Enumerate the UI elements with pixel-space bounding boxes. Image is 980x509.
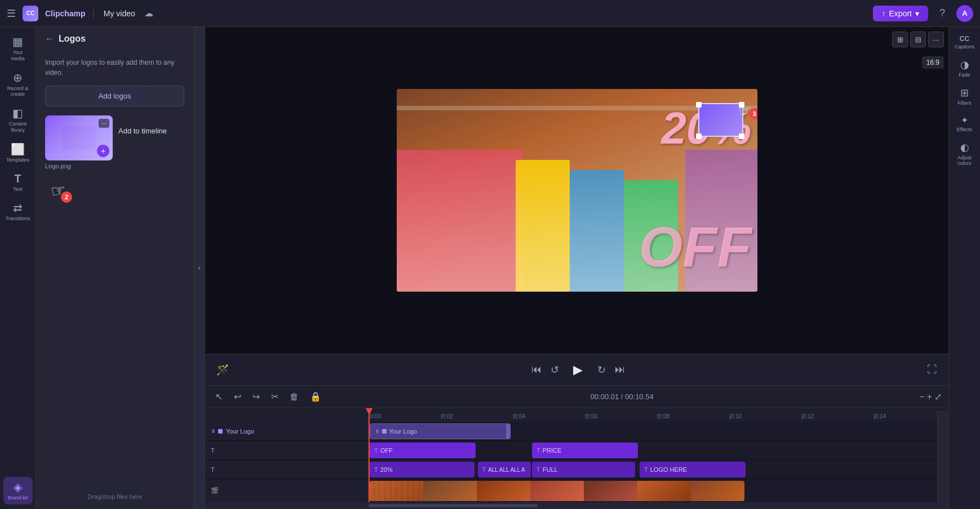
panel-description: Import your logos to easily add them to … bbox=[45, 57, 184, 78]
video-background: 20% OFF ☞ 3 bbox=[397, 89, 757, 292]
ruler-mark-4: |0:04 bbox=[513, 413, 585, 419]
logo-card-container: ··· + Logo.png ☞ 2 bbox=[45, 115, 113, 169]
effects-icon: ✦ bbox=[961, 115, 968, 126]
track-label-text1: T bbox=[205, 441, 369, 459]
save-icon: ☁ bbox=[144, 8, 153, 19]
app-logo: CC bbox=[23, 6, 38, 21]
fit-button[interactable]: ⊟ bbox=[910, 32, 926, 47]
timeline-scroll-right bbox=[937, 408, 948, 502]
track-label-text2: T bbox=[205, 460, 369, 479]
preview-area: ⊞ ⊟ ··· 16:9 bbox=[205, 27, 948, 354]
video-thumb-3 bbox=[477, 481, 530, 501]
forward-button[interactable]: ↻ bbox=[597, 364, 606, 376]
logo-more-button[interactable]: ··· bbox=[99, 119, 109, 128]
panel-header: ← Logos bbox=[36, 27, 193, 51]
help-icon[interactable]: ? bbox=[939, 7, 945, 19]
drag-drop-label: Drag/drop files here bbox=[36, 484, 193, 509]
clip-logohere[interactable]: T LOGO HERE bbox=[640, 462, 746, 477]
project-name[interactable]: My video bbox=[104, 9, 135, 18]
video-thumbnails bbox=[370, 481, 744, 501]
undo-button[interactable]: ↩ bbox=[230, 389, 245, 404]
logo-filename: Logo.png bbox=[45, 163, 113, 169]
sidebar-item-transitions[interactable]: ⇄ Transitions bbox=[3, 198, 33, 225]
track-label-video: 🎬 bbox=[205, 479, 369, 502]
sidebar-item-text[interactable]: T Text bbox=[3, 169, 33, 196]
logo-card[interactable]: ··· + bbox=[45, 115, 113, 160]
video-thumb-7 bbox=[691, 481, 744, 501]
sidebar-item-filters[interactable]: ⊞ Filters bbox=[952, 83, 977, 109]
crop-button[interactable]: ⊞ bbox=[892, 32, 908, 47]
ruler-mark-10: |0:10 bbox=[729, 413, 801, 419]
rewind-button[interactable]: ↺ bbox=[551, 364, 559, 376]
track-content-logo: ⏸ Your Logo bbox=[369, 422, 937, 440]
topbar: ☰ CC Clipchamp | My video ☁ ↑ Export ▾ ?… bbox=[0, 0, 980, 27]
video-thumb-5 bbox=[584, 481, 637, 501]
sidebar-item-brand-kit[interactable]: ◈ Brand kit ☞ 1 bbox=[3, 477, 33, 504]
sidebar-item-templates[interactable]: ⬜ Templates bbox=[3, 139, 33, 167]
clip-allall[interactable]: T ALL ALL ALL A bbox=[478, 462, 531, 477]
preview-top-controls: ⊞ ⊟ ··· bbox=[892, 32, 944, 47]
timeline-scrollbar-thumb[interactable] bbox=[369, 504, 538, 507]
clip-off[interactable]: T OFF bbox=[370, 443, 476, 458]
app-name: Clipchamp bbox=[45, 9, 86, 18]
timeline: ↖ ↩ ↪ ✂ 🗑 🔒 00:00.01 / 00:10.54 − + ⤢ bbox=[205, 385, 948, 509]
hamburger-icon[interactable]: ☰ bbox=[7, 7, 16, 20]
collapse-panel-button[interactable]: ‹ bbox=[194, 27, 205, 509]
playhead[interactable] bbox=[369, 408, 370, 422]
track-row-text1: T T OFF T PRICE bbox=[205, 441, 937, 460]
clip-text-icon-2: T bbox=[536, 447, 540, 454]
ruler-mark-14: |0:14 bbox=[873, 413, 937, 419]
clip-20pct[interactable]: T 20% bbox=[370, 462, 475, 477]
logo-clip-label: Your Logo bbox=[389, 428, 417, 435]
timeline-scrollbar[interactable] bbox=[205, 502, 948, 509]
panel-title: Logos bbox=[59, 34, 86, 44]
sidebar-item-adjust-colors[interactable]: ◐ Adjust colors bbox=[952, 138, 977, 169]
preview-bottom-controls: 🪄 ⏮ ↺ ▶ ↻ ⏭ ⛶ bbox=[205, 354, 948, 385]
add-to-timeline-label: Add to timeline bbox=[118, 127, 167, 135]
lock-button[interactable]: 🔒 bbox=[307, 389, 325, 404]
logo-add-button[interactable]: + bbox=[97, 145, 109, 157]
delete-button[interactable]: 🗑 bbox=[286, 390, 302, 404]
track-content-video bbox=[369, 479, 937, 503]
sidebar-item-content[interactable]: ◧ Content library bbox=[3, 103, 33, 137]
redo-button[interactable]: ↪ bbox=[249, 389, 263, 404]
fullscreen-button[interactable]: ⛶ bbox=[927, 364, 937, 376]
track-content-text2: T 20% T ALL ALL ALL A T FULL bbox=[369, 460, 937, 479]
logo-clip[interactable]: ⏸ Your Logo bbox=[370, 423, 509, 439]
video-thumb-1 bbox=[370, 481, 423, 501]
logo-item: ··· + Logo.png ☞ 2 Add to timeline bbox=[45, 115, 184, 169]
skip-back-button[interactable]: ⏮ bbox=[531, 364, 542, 376]
cut-button[interactable]: ✂ bbox=[268, 389, 282, 404]
fit-timeline-button[interactable]: ⤢ bbox=[934, 391, 942, 402]
aspect-ratio-badge[interactable]: 16:9 bbox=[922, 56, 944, 69]
select-tool-button[interactable]: ↖ bbox=[212, 389, 226, 404]
sidebar-item-effects[interactable]: ✦ Effects bbox=[952, 111, 977, 136]
add-logos-button[interactable]: Add logos bbox=[45, 86, 184, 106]
zoom-in-button[interactable]: + bbox=[927, 391, 932, 402]
panel-back-button[interactable]: ← bbox=[45, 34, 54, 44]
clip-text-icon-3: T bbox=[374, 466, 378, 473]
export-button[interactable]: ↑ Export ▾ bbox=[873, 6, 928, 21]
clip-text-icon-4: T bbox=[482, 467, 486, 473]
magic-wand-button[interactable]: 🪄 bbox=[216, 364, 229, 376]
timeline-zoom-controls: − + ⤢ bbox=[919, 391, 942, 402]
sidebar-item-record[interactable]: ⊕ Record & create bbox=[3, 68, 33, 101]
overlay-logo[interactable] bbox=[698, 103, 743, 137]
logo-track-name: Your Logo bbox=[226, 428, 254, 435]
sidebar-item-captions[interactable]: CC Captions bbox=[952, 32, 977, 53]
ruler-mark-0: |0:00 bbox=[369, 413, 441, 419]
sidebar-item-fade[interactable]: ◑ Fade bbox=[952, 55, 977, 81]
playhead-main[interactable] bbox=[369, 422, 370, 502]
sidebar-item-your-media[interactable]: ▦ Your media bbox=[3, 32, 33, 65]
play-button[interactable]: ▶ bbox=[568, 360, 588, 380]
more-button[interactable]: ··· bbox=[928, 32, 944, 47]
clip-price[interactable]: T PRICE bbox=[532, 443, 638, 458]
zoom-out-button[interactable]: − bbox=[919, 391, 924, 402]
avatar[interactable]: A bbox=[956, 5, 973, 22]
playback-controls: ⏮ ↺ ▶ ↻ ⏭ bbox=[531, 360, 625, 380]
clip-end-handle[interactable] bbox=[506, 423, 511, 439]
adjust-colors-icon: ◐ bbox=[960, 141, 969, 154]
clip-off-label: OFF bbox=[380, 447, 393, 454]
clip-full[interactable]: T FULL bbox=[532, 462, 635, 477]
skip-forward-button[interactable]: ⏭ bbox=[615, 364, 625, 376]
